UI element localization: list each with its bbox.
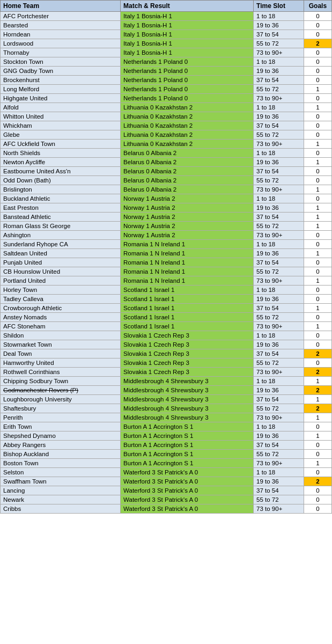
match-result-cell: Middlesbrough 4 Shrewsbury 3 xyxy=(121,386,254,395)
goals-cell: 0 xyxy=(304,48,331,57)
home-team-cell: Penrith xyxy=(1,413,121,422)
match-result-cell: Norway 1 Austria 2 xyxy=(121,203,254,213)
goals-cell: 0 xyxy=(304,441,331,450)
goals-cell: 0 xyxy=(304,468,331,477)
home-team-cell: Erith Town xyxy=(1,422,121,431)
table-row: Newton AycliffeBelarus 0 Albania 219 to … xyxy=(1,158,332,167)
time-slot-cell: 73 to 90+ xyxy=(254,48,304,57)
time-slot-cell: 73 to 90+ xyxy=(254,368,304,377)
goals-cell: 2 xyxy=(304,404,331,413)
home-team-cell: Horley Town xyxy=(1,286,121,295)
table-row: GlebeLithuania 0 Kazakhstan 255 to 720 xyxy=(1,130,332,140)
time-slot-cell: 37 to 54 xyxy=(254,395,304,404)
home-team-cell: Brockenhurst xyxy=(1,76,121,85)
table-row: Saltdean UnitedRomania 1 N Ireland 119 t… xyxy=(1,249,332,258)
table-row: Swaffham TownWaterford 3 St Patrick's A … xyxy=(1,477,332,486)
time-slot-cell: 37 to 54 xyxy=(254,441,304,450)
match-result-cell: Netherlands 1 Poland 0 xyxy=(121,76,254,85)
goals-cell: 0 xyxy=(304,12,331,21)
goals-cell: 0 xyxy=(304,495,331,504)
home-team-cell: Sunderland Ryhope CA xyxy=(1,240,121,249)
table-row: Horley TownScotland 1 Israel 11 to 180 xyxy=(1,286,332,295)
time-slot-cell: 1 to 18 xyxy=(254,422,304,431)
home-team-cell: Lancing xyxy=(1,486,121,495)
time-slot-cell: 19 to 36 xyxy=(254,249,304,258)
time-slot-cell: 19 to 36 xyxy=(254,67,304,76)
table-row: Stowmarket TownSlovakia 1 Czech Rep 319 … xyxy=(1,340,332,349)
time-slot-cell: 19 to 36 xyxy=(254,295,304,304)
home-team-cell: Tadley Calleva xyxy=(1,295,121,304)
table-row: Hamworthy UnitedSlovakia 1 Czech Rep 355… xyxy=(1,358,332,368)
goals-cell: 0 xyxy=(304,231,331,240)
time-slot-cell: 19 to 36 xyxy=(254,386,304,395)
goals-cell: 0 xyxy=(304,358,331,368)
time-slot-cell: 37 to 54 xyxy=(254,121,304,130)
match-result-cell: Belarus 0 Albania 2 xyxy=(121,167,254,176)
goals-cell: 0 xyxy=(304,450,331,459)
time-slot-cell: 37 to 54 xyxy=(254,304,304,313)
time-slot-cell: 37 to 54 xyxy=(254,76,304,85)
match-result-cell: Middlesbrough 4 Shrewsbury 3 xyxy=(121,413,254,422)
home-team-cell: Shaftesbury xyxy=(1,404,121,413)
match-result-cell: Lithuania 0 Kazakhstan 2 xyxy=(121,112,254,121)
goals-cell: 1 xyxy=(304,304,331,313)
goals-cell: 0 xyxy=(304,30,331,39)
match-result-cell: Waterford 3 St Patrick's A 0 xyxy=(121,477,254,486)
table-row: Abbey RangersBurton A 1 Accrington S 137… xyxy=(1,441,332,450)
home-team-cell: Bishop Auckland xyxy=(1,450,121,459)
match-result-cell: Scotland 1 Israel 1 xyxy=(121,304,254,313)
home-team-cell: Boston Town xyxy=(1,459,121,468)
match-result-cell: Italy 1 Bosnia-H 1 xyxy=(121,48,254,57)
table-row: ShildonSlovakia 1 Czech Rep 31 to 180 xyxy=(1,331,332,340)
match-result-cell: Belarus 0 Albania 2 xyxy=(121,176,254,185)
match-result-cell: Norway 1 Austria 2 xyxy=(121,194,254,203)
match-result-cell: Romania 1 N Ireland 1 xyxy=(121,267,254,276)
home-team-cell: Abbey Rangers xyxy=(1,441,121,450)
home-team-cell: Highgate United xyxy=(1,94,121,103)
match-result-cell: Waterford 3 St Patrick's A 0 xyxy=(121,504,254,514)
table-row: Odd Down (Bath)Belarus 0 Albania 255 to … xyxy=(1,176,332,185)
match-result-cell: Romania 1 N Ireland 1 xyxy=(121,240,254,249)
table-row: Banstead AthleticNorway 1 Austria 237 to… xyxy=(1,213,332,222)
match-result-cell: Italy 1 Bosnia-H 1 xyxy=(121,30,254,39)
goals-cell: 0 xyxy=(304,167,331,176)
time-slot-cell: 73 to 90+ xyxy=(254,504,304,514)
goals-cell: 1 xyxy=(304,85,331,94)
table-row: AlfoldLithuania 0 Kazakhstan 21 to 181 xyxy=(1,103,332,112)
match-result-cell: Romania 1 N Ireland 1 xyxy=(121,276,254,286)
goals-cell: 0 xyxy=(304,286,331,295)
match-result-cell: Burton A 1 Accrington S 1 xyxy=(121,450,254,459)
home-team-cell: Punjab United xyxy=(1,258,121,267)
time-slot-cell: 37 to 54 xyxy=(254,349,304,358)
table-row: NewarkWaterford 3 St Patrick's A 055 to … xyxy=(1,495,332,504)
goals-cell: 1 xyxy=(304,222,331,231)
time-slot-cell: 55 to 72 xyxy=(254,358,304,368)
match-result-cell: Slovakia 1 Czech Rep 3 xyxy=(121,331,254,340)
time-slot-cell: 37 to 54 xyxy=(254,167,304,176)
match-result-cell: Belarus 0 Albania 2 xyxy=(121,149,254,158)
time-slot-cell: 73 to 90+ xyxy=(254,276,304,286)
table-row: Portland UnitedRomania 1 N Ireland 173 t… xyxy=(1,276,332,286)
goals-cell: 1 xyxy=(304,431,331,441)
match-result-cell: Belarus 0 Albania 2 xyxy=(121,185,254,194)
time-slot-cell: 37 to 54 xyxy=(254,258,304,267)
goals-cell: 0 xyxy=(304,149,331,158)
goals-cell: 1 xyxy=(304,140,331,149)
table-row: BrislingtonBelarus 0 Albania 273 to 90+1 xyxy=(1,185,332,194)
time-slot-cell: 1 to 18 xyxy=(254,331,304,340)
home-team-cell: Chipping Sodbury Town xyxy=(1,377,121,386)
goals-cell: 0 xyxy=(304,422,331,431)
home-team-cell: North Shields xyxy=(1,149,121,158)
time-slot-cell: 73 to 90+ xyxy=(254,140,304,149)
time-slot-cell: 55 to 72 xyxy=(254,222,304,231)
match-result-cell: Romania 1 N Ireland 1 xyxy=(121,249,254,258)
goals-cell: 1 xyxy=(304,203,331,213)
table-row: Chipping Sodbury TownMiddlesbrough 4 Shr… xyxy=(1,377,332,386)
match-result-cell: Lithuania 0 Kazakhstan 2 xyxy=(121,103,254,112)
time-slot-cell: 55 to 72 xyxy=(254,176,304,185)
table-row: Shepshed DynamoBurton A 1 Accrington S 1… xyxy=(1,431,332,441)
match-result-cell: Waterford 3 St Patrick's A 0 xyxy=(121,468,254,477)
goals-cell: 0 xyxy=(304,258,331,267)
time-slot-cell: 73 to 90+ xyxy=(254,322,304,331)
home-team-cell: Whitton United xyxy=(1,112,121,121)
